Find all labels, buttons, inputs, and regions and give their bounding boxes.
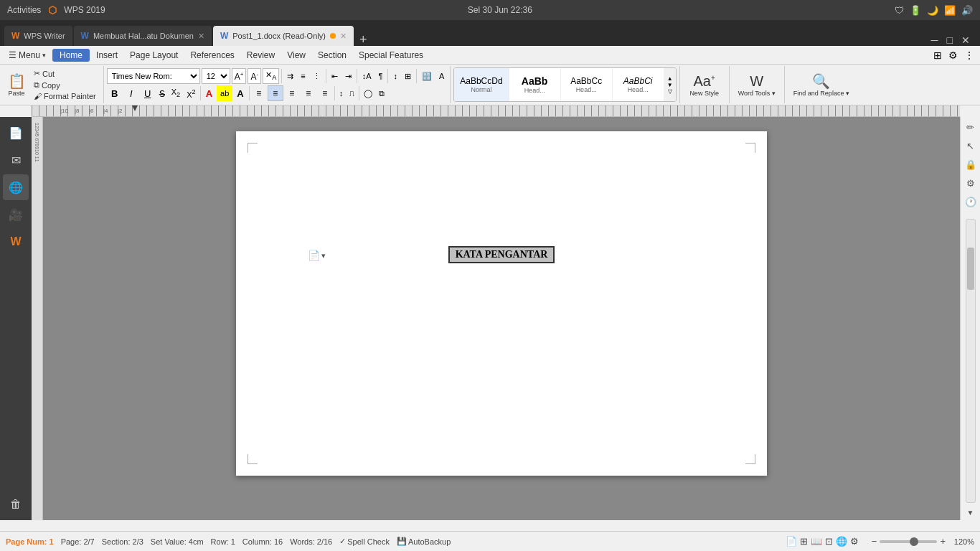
format-painter-button[interactable]: 🖌 Format Painter — [31, 91, 99, 101]
menu-item-home[interactable]: Home — [52, 49, 90, 62]
close-button[interactable]: ✕ — [958, 34, 973, 46]
right-tool-1[interactable]: ✏ — [963, 120, 978, 134]
num-list-btn[interactable]: ⋮ — [310, 68, 324, 84]
tab-wps-writer[interactable]: W WPS Writer — [4, 26, 72, 46]
font-color-button[interactable]: A — [202, 85, 216, 101]
distributed-button[interactable]: ≡ — [317, 85, 333, 101]
columns-btn[interactable]: ⎍ — [347, 85, 357, 101]
arrange-btn[interactable]: ⧉ — [376, 85, 387, 101]
vertical-scrollbar-thumb[interactable] — [967, 248, 974, 290]
insert-shape-btn[interactable]: ◯ — [361, 85, 375, 101]
paste-button[interactable]: 📋 Paste — [3, 71, 30, 98]
copy-button[interactable]: ⧉ Copy — [31, 80, 99, 90]
highlight-button[interactable]: ab — [217, 85, 232, 101]
borders-btn[interactable]: ⊞ — [402, 68, 414, 84]
indent-increase-btn[interactable]: ⇥ — [342, 68, 354, 84]
sort-btn[interactable]: ↕A — [359, 68, 374, 84]
right-tool-4[interactable]: ⚙ — [963, 176, 978, 190]
menu-item-insert[interactable]: Insert — [90, 49, 123, 62]
view-focus-btn[interactable]: 🌐 — [836, 536, 847, 547]
right-tool-5[interactable]: 🕐 — [963, 194, 978, 209]
view-options-btn[interactable]: ⚙ — [850, 536, 859, 547]
kata-pengantar-text[interactable]: KATA PENGANTAR — [448, 246, 555, 263]
superscript-button[interactable]: X2 — [184, 85, 198, 101]
menu-item-special-features[interactable]: Special Features — [353, 49, 429, 62]
menu-item-page-layout[interactable]: Page Layout — [124, 49, 184, 62]
align-right-button[interactable]: ≡ — [284, 85, 300, 101]
list-btn[interactable]: ≡ — [298, 68, 308, 84]
word-tools-button[interactable]: W Word Tools ▾ — [732, 72, 781, 98]
view-normal-btn[interactable]: 📄 — [786, 536, 797, 547]
underline-button[interactable]: U — [140, 85, 156, 101]
hamburger-menu[interactable]: ☰ Menu ▾ — [3, 49, 52, 62]
clear-format-button[interactable]: ✕A — [263, 68, 279, 84]
sidebar-files-btn[interactable]: 📄 — [3, 120, 29, 146]
volume-icon: 🔊 — [961, 5, 973, 16]
decrease-font-button[interactable]: A- — [248, 68, 261, 84]
italic-button[interactable]: I — [123, 85, 139, 101]
style-heading3[interactable]: AaBbCi Head... — [613, 67, 664, 102]
menu-item-view[interactable]: View — [281, 49, 311, 62]
justify-button[interactable]: ≡ — [301, 85, 316, 101]
menu-item-section[interactable]: Section — [312, 49, 352, 62]
view-present-btn[interactable]: ⊡ — [825, 536, 833, 547]
scroll-down-btn[interactable]: ▼ — [966, 507, 976, 517]
style-heading1[interactable]: AaBb Head... — [509, 67, 561, 102]
tab-membuat-close[interactable]: ✕ — [198, 32, 204, 41]
paragraph-mark-btn[interactable]: ¶ — [376, 68, 386, 84]
style-heading2-label: Head... — [576, 86, 597, 93]
new-style-button[interactable]: Aa+ New Style — [683, 72, 726, 98]
line-spacing2-btn[interactable]: ↕ — [336, 85, 347, 101]
font-size-select[interactable]: 12 — [202, 68, 230, 84]
font-name-select[interactable]: Times New Rom: — [107, 68, 200, 84]
char-shading-button[interactable]: A — [233, 85, 247, 101]
gallery-scroll-up[interactable]: ▲ ▼ ▽ — [664, 67, 676, 102]
strikethrough-button[interactable]: S̶ — [156, 85, 168, 101]
line-spacing-btn[interactable]: ↕ — [390, 68, 400, 84]
activities-button[interactable]: Activities — [7, 5, 41, 15]
document-body[interactable]: KATA PENGANTAR — [279, 246, 724, 263]
cut-button[interactable]: ✂ Cut — [31, 68, 99, 79]
settings-icon[interactable]: ⚙ — [946, 50, 961, 61]
document-canvas[interactable]: 📄 ▾ KATA PENGANTAR — [43, 117, 960, 520]
sidebar-trash-btn[interactable]: 🗑 — [3, 491, 29, 517]
style-heading2[interactable]: AaBbCc Head... — [561, 67, 613, 102]
auto-backup-btn[interactable]: 💾 AutoBackup — [397, 537, 451, 546]
right-tool-2[interactable]: ↖ — [963, 138, 978, 153]
tab-membuat-hal[interactable]: W Membuat Hal...atu Dokumen ✕ — [74, 26, 212, 46]
spell-check-btn[interactable]: ✓ Spell Check — [339, 537, 390, 546]
increase-font-button[interactable]: A+ — [232, 68, 247, 84]
tab-post1[interactable]: W Post1_1.docx (Read-Only) ✕ — [213, 26, 354, 46]
maximize-button[interactable]: □ — [944, 34, 956, 46]
align-left-button[interactable]: ≡ — [251, 85, 267, 101]
right-tool-3[interactable]: 🔒 — [963, 157, 978, 171]
zoom-slider[interactable] — [880, 540, 937, 543]
sidebar-chrome-btn[interactable]: 🌐 — [3, 174, 29, 200]
find-replace-button[interactable]: 🔍 Find and Replace ▾ — [788, 71, 855, 98]
zoom-out-btn[interactable]: − — [872, 536, 877, 547]
style-normal[interactable]: AaBbCcDd Normal — [454, 67, 509, 102]
shading-btn[interactable]: 🔡 — [419, 68, 435, 84]
bold-button[interactable]: B — [107, 85, 123, 101]
zoom-in-btn[interactable]: + — [940, 536, 946, 547]
subscript-button[interactable]: X2 — [169, 85, 183, 101]
sidebar-zoom-btn[interactable]: 🎥 — [3, 202, 29, 227]
corner-tl — [248, 143, 258, 153]
sidebar-wps-btn[interactable]: W — [3, 229, 29, 255]
more-options-icon[interactable]: ⋮ — [961, 50, 977, 61]
menu-item-references[interactable]: References — [184, 49, 240, 62]
document-page[interactable]: 📄 ▾ KATA PENGANTAR — [236, 131, 767, 476]
add-tab-button[interactable]: + — [355, 33, 372, 46]
text-direction-btn[interactable]: ⇉ — [284, 68, 296, 84]
sidebar-email-btn[interactable]: ✉ — [3, 147, 29, 173]
tab-post1-close[interactable]: ✕ — [340, 32, 347, 41]
vertical-scrollbar-track[interactable] — [966, 219, 976, 503]
minimize-button[interactable]: ─ — [928, 34, 941, 46]
menu-item-review[interactable]: Review — [241, 49, 281, 62]
view-web-btn[interactable]: ⊞ — [800, 536, 808, 547]
indent-decrease-btn[interactable]: ⇤ — [329, 68, 341, 84]
align-center-button[interactable]: ≡ — [268, 85, 283, 101]
accessibility-icon[interactable]: ⊞ — [930, 50, 945, 61]
text-effects-btn[interactable]: A — [436, 68, 447, 84]
view-read-btn[interactable]: 📖 — [811, 536, 822, 547]
